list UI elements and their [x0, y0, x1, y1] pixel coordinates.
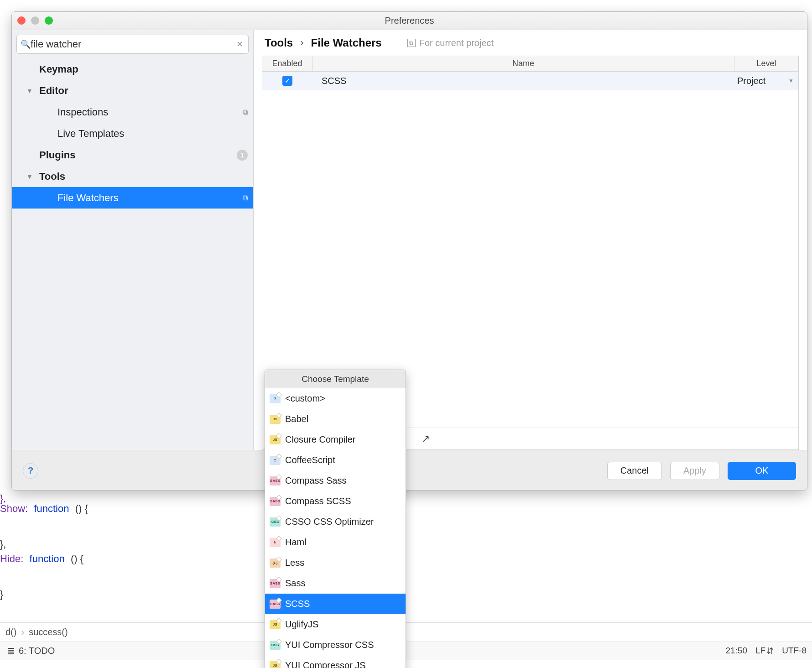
sidebar-item-label: Inspections — [57, 106, 108, 118]
updown-icon: ⇵ — [766, 646, 774, 656]
settings-tree: Keymap ▼ Editor Inspections ⧉ Live Templ… — [12, 57, 253, 450]
cell-name[interactable]: SCSS — [312, 76, 734, 86]
file-icon: JS — [270, 620, 281, 629]
template-item-sass[interactable]: SASSSass — [265, 573, 406, 594]
chevron-right-icon: › — [300, 37, 303, 49]
template-item-yui-css[interactable]: CSSYUI Compressor CSS — [265, 635, 406, 655]
search-box[interactable]: 🔍 ✕ — [16, 35, 249, 54]
export-button[interactable]: ↗ — [416, 431, 435, 447]
template-item-less[interactable]: {L}Less — [265, 553, 406, 573]
template-label: Closure Compiler — [285, 434, 356, 445]
caret-position[interactable]: 21:50 — [725, 646, 747, 656]
template-item-yui-js[interactable]: JSYUI Compressor JS — [265, 655, 406, 668]
file-icon: JS — [270, 415, 281, 424]
zoom-window-button[interactable] — [45, 16, 53, 25]
code-key-hide: Hide: — [0, 553, 23, 564]
template-label: Compass Sass — [285, 475, 347, 486]
table-row[interactable]: ✓ SCSS Project ▼ — [262, 72, 798, 90]
help-button[interactable]: ? — [23, 463, 38, 479]
cell-enabled[interactable]: ✓ — [262, 76, 312, 86]
todo-tool-window-button[interactable]: ≣ 6: TODO — [0, 642, 812, 660]
sidebar-item-plugins[interactable]: Plugins 1 — [12, 144, 253, 166]
code-key-show: Show: — [0, 503, 28, 514]
preferences-dialog: Preferences 🔍 ✕ Keymap ▼ Editor — [11, 11, 807, 491]
template-label: CSSO CSS Optimizer — [285, 517, 374, 527]
sidebar-item-keymap[interactable]: Keymap — [12, 58, 253, 80]
col-name[interactable]: Name — [312, 56, 734, 71]
window-controls — [17, 16, 53, 25]
template-item-uglifyjs[interactable]: JSUglifyJS — [265, 614, 406, 635]
status-bar: 21:50 LF⇵ UTF-8 — [725, 642, 807, 660]
template-item-compass-scss[interactable]: SASSCompass SCSS — [265, 491, 406, 511]
template-label: Babel — [285, 414, 308, 424]
template-label: Less — [285, 558, 304, 568]
sidebar-item-label: Plugins — [39, 149, 75, 161]
sidebar-item-label: File Watchers — [57, 192, 119, 204]
level-value: Project — [737, 76, 765, 86]
minimize-window-button[interactable] — [31, 16, 39, 25]
template-item-coffeescript[interactable]: ☕CoffeeScript — [265, 450, 406, 470]
popup-title: Choose Template — [265, 370, 406, 388]
template-label: Sass — [285, 578, 305, 589]
disclosure-icon: ▼ — [26, 173, 33, 180]
ok-button[interactable]: OK — [728, 462, 796, 480]
clear-search-icon[interactable]: ✕ — [234, 39, 245, 49]
sidebar-item-file-watchers[interactable]: File Watchers ⧉ — [12, 187, 253, 209]
apply-button[interactable]: Apply — [670, 462, 719, 480]
scope-text: For current project — [419, 38, 494, 48]
sidebar-item-tools[interactable]: ▼ Tools — [12, 166, 253, 187]
file-icon: JS — [270, 661, 281, 668]
file-icon: {L} — [270, 558, 281, 568]
line-separator[interactable]: LF⇵ — [755, 646, 774, 656]
close-window-button[interactable] — [17, 16, 26, 25]
breadcrumb-leaf: File Watchers — [311, 37, 382, 49]
file-icon: JS — [270, 435, 281, 444]
file-icon: ☕ — [270, 456, 281, 465]
encoding[interactable]: UTF-8 — [782, 646, 807, 656]
disclosure-icon: ▼ — [26, 87, 33, 94]
count-badge: 1 — [237, 150, 248, 161]
file-icon: SASS — [270, 579, 281, 588]
code-line: } — [0, 589, 3, 600]
titlebar[interactable]: Preferences — [12, 12, 807, 30]
editor-breadcrumb[interactable]: d() › success() — [0, 622, 812, 642]
cell-level[interactable]: Project ▼ — [734, 76, 798, 86]
file-icon: ? — [270, 394, 281, 403]
sidebar-item-label: Keymap — [39, 63, 78, 75]
template-label: YUI Compressor JS — [285, 660, 366, 668]
template-item-haml[interactable]: hHaml — [265, 532, 406, 553]
settings-sidebar: 🔍 ✕ Keymap ▼ Editor Inspections ⧉ — [12, 30, 254, 450]
col-enabled[interactable]: Enabled — [262, 56, 312, 71]
breadcrumb-root[interactable]: Tools — [265, 37, 293, 49]
cancel-button[interactable]: Cancel — [607, 462, 662, 480]
template-label: Compass SCSS — [285, 496, 351, 506]
template-label: YUI Compressor CSS — [285, 640, 374, 650]
template-item-csso[interactable]: CSSCSSO CSS Optimizer — [265, 511, 406, 532]
template-item-closure-compiler[interactable]: JSClosure Compiler — [265, 429, 406, 450]
template-item-babel[interactable]: JSBabel — [265, 409, 406, 429]
template-label: SCSS — [285, 599, 310, 609]
file-icon: SASS — [270, 497, 281, 506]
list-icon: ≣ — [7, 646, 15, 657]
todo-label: 6: TODO — [19, 646, 55, 656]
template-item-compass-sass[interactable]: SASSCompass Sass — [265, 470, 406, 491]
scope-label: ⧉ For current project — [407, 38, 494, 48]
template-label: Haml — [285, 537, 307, 548]
search-icon: 🔍 — [21, 39, 31, 49]
sidebar-item-label: Editor — [39, 85, 68, 97]
breadcrumb: Tools › File Watchers ⧉ For current proj… — [254, 30, 807, 56]
checkbox-checked-icon[interactable]: ✓ — [282, 76, 292, 86]
breadcrumb-segment[interactable]: success() — [29, 627, 68, 637]
template-item-scss[interactable]: SASSSCSS — [265, 594, 406, 614]
col-level[interactable]: Level — [734, 56, 798, 71]
template-label: CoffeeScript — [285, 455, 335, 465]
breadcrumb-segment[interactable]: d() — [5, 627, 16, 637]
project-scope-icon: ⧉ — [407, 39, 416, 47]
template-item-custom[interactable]: ?<custom> — [265, 388, 406, 409]
sidebar-item-live-templates[interactable]: Live Templates — [12, 123, 253, 144]
file-icon: h — [270, 538, 281, 547]
sidebar-item-editor[interactable]: ▼ Editor — [12, 80, 253, 101]
sidebar-item-inspections[interactable]: Inspections ⧉ — [12, 101, 253, 123]
file-icon: SASS — [270, 600, 281, 609]
search-input[interactable] — [31, 38, 234, 50]
